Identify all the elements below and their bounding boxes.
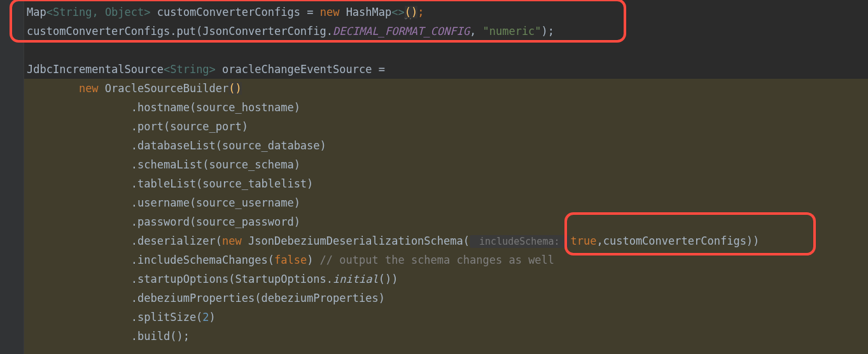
call-debeziumproperties: .debeziumProperties(debeziumProperties): [131, 292, 385, 304]
keyword-new: new: [320, 6, 346, 18]
literal-2: 2: [202, 311, 209, 323]
semicolon: ;: [417, 6, 424, 18]
call-build: .build();: [131, 330, 190, 343]
keyword-new: new: [222, 235, 248, 247]
indent: [27, 120, 131, 133]
code-line-1[interactable]: Map<String, Object> customConverterConfi…: [0, 3, 868, 22]
indent: [27, 311, 131, 323]
code-editor[interactable]: Map<String, Object> customConverterConfi…: [0, 0, 868, 346]
code-line-15[interactable]: .startupOptions(StartupOptions.initial()…: [0, 269, 868, 289]
paren-open: (: [228, 82, 235, 95]
static-method-initial: initial: [333, 273, 379, 285]
code-line-16[interactable]: .debeziumProperties(debeziumProperties): [0, 289, 868, 308]
code-line-4[interactable]: JdbcIncrementalSource<String> oracleChan…: [0, 60, 868, 79]
code-line-13[interactable]: .deserializer(new JsonDebeziumDeserializ…: [0, 231, 868, 250]
keyword-new: new: [79, 82, 105, 95]
indent: [27, 330, 131, 343]
code-line-18[interactable]: .build();: [0, 327, 868, 346]
comma: ,: [92, 6, 104, 18]
call-includeschemachanges: .includeSchemaChanges(: [131, 254, 274, 266]
string-numeric: "numeric": [482, 25, 541, 37]
angle-open: <: [46, 6, 53, 18]
code-line-12[interactable]: .password(source_password): [0, 212, 868, 231]
angle-close: >: [209, 63, 216, 76]
code-line-8[interactable]: .databaseList(source_database): [0, 136, 868, 155]
paren-close: ): [235, 82, 242, 95]
type-hashmap: HashMap: [346, 6, 392, 18]
type-oraclesourcebuilder: OracleSourceBuilder: [105, 82, 228, 95]
call-tablelist: .tableList(source_tablelist): [131, 177, 314, 190]
comment-output-schema: // output the schema changes as well: [320, 254, 554, 266]
indent: [27, 292, 131, 304]
code-line-7[interactable]: .port(source_port): [0, 117, 868, 136]
indent: [27, 158, 131, 171]
angle-close: >: [144, 6, 150, 18]
indent: [27, 196, 131, 209]
call-port: .port(source_port): [131, 120, 248, 133]
keyword-false: false: [274, 254, 307, 266]
arg-customconverterconfigs: ,customConverterConfigs)): [596, 235, 759, 247]
indent: [27, 235, 131, 247]
code-line-6[interactable]: .hostname(source_hostname): [0, 98, 868, 117]
parameter-hint-includeschema: includeSchema:: [470, 235, 570, 248]
diamond: <>: [391, 6, 404, 18]
var-oraclechangeeventsource: oracleChangeEventSource =: [216, 63, 385, 76]
paren-close: ): [209, 311, 216, 323]
code-line-9[interactable]: .schemaList(source_schema): [0, 155, 868, 174]
indent: [27, 139, 131, 152]
code-line-17[interactable]: .splitSize(2): [0, 308, 868, 327]
paren-close: ()): [379, 273, 398, 285]
indent: [27, 177, 131, 190]
indent: [27, 82, 79, 95]
call-username: .username(source_username): [131, 196, 300, 209]
blank-line: [0, 41, 868, 60]
constant-decimal-format-config: DECIMAL_FORMAT_CONFIG: [333, 25, 470, 37]
code-line-14[interactable]: .includeSchemaChanges(false) // output t…: [0, 250, 868, 269]
comma: ,: [470, 25, 482, 37]
code-line-10[interactable]: .tableList(source_tablelist): [0, 174, 868, 193]
type-string: String: [53, 6, 92, 18]
angle-open: <: [164, 63, 170, 76]
call-databaselist: .databaseList(source_database): [131, 139, 326, 152]
call-startupoptions: .startupOptions(StartupOptions.: [131, 273, 333, 285]
code-text: customConverterConfigs.put(JsonConverter…: [27, 25, 333, 37]
indent: [27, 273, 131, 285]
code-line-5[interactable]: new OracleSourceBuilder(): [0, 79, 868, 98]
paren-close: ): [307, 254, 319, 266]
type-map: Map: [27, 6, 46, 18]
call-hostname: .hostname(source_hostname): [131, 101, 300, 114]
call-deserializer: .deserializer(: [131, 235, 222, 247]
indent: [27, 215, 131, 228]
type-string: String: [170, 63, 209, 76]
var-customconverterconfigs: customConverterConfigs: [151, 6, 307, 18]
paren-semi: );: [542, 25, 554, 37]
call-password: .password(source_password): [131, 215, 300, 228]
paren-open: (: [405, 6, 411, 18]
indent: [27, 101, 131, 114]
type-object: Object: [105, 6, 144, 18]
code-line-2[interactable]: customConverterConfigs.put(JsonConverter…: [0, 22, 868, 41]
equals: =: [307, 6, 319, 18]
type-jdbcincrementalsource: JdbcIncrementalSource: [27, 63, 164, 76]
code-line-11[interactable]: .username(source_username): [0, 193, 868, 212]
type-jsondebeziumdeserializationschema: JsonDebeziumDeserializationSchema(: [248, 235, 470, 247]
call-schemalist: .schemaList(source_schema): [131, 158, 300, 171]
paren-close: ): [411, 6, 417, 18]
keyword-true: true: [571, 235, 597, 247]
call-splitsize: .splitSize(: [131, 311, 203, 323]
indent: [27, 254, 131, 266]
